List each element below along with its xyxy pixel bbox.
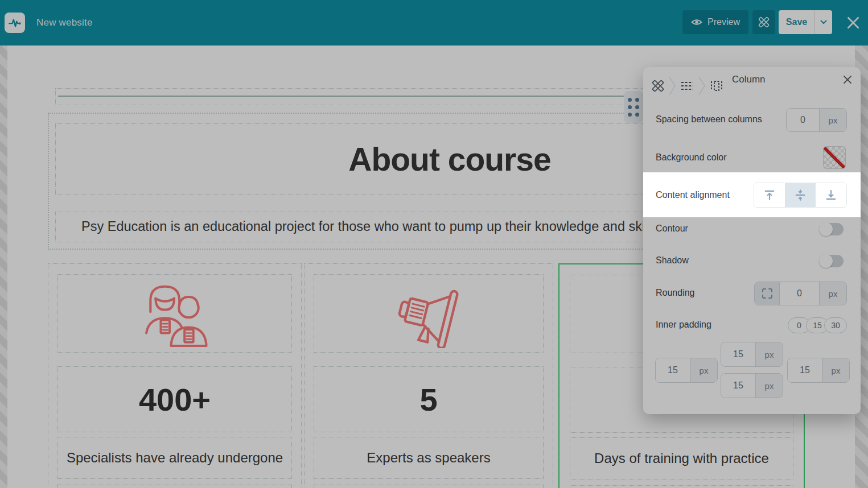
- align-middle-button[interactable]: [785, 183, 816, 207]
- alignment-button-group: [754, 183, 847, 208]
- align-middle-icon: [793, 188, 807, 202]
- content-alignment-row: Content alignment: [643, 172, 861, 217]
- editor-screen: About course Psy Education is an educati…: [0, 0, 868, 488]
- spotlight-overlay: [0, 0, 868, 488]
- content-alignment-label: Content alignment: [656, 190, 730, 200]
- align-bottom-button[interactable]: [816, 183, 846, 207]
- align-top-icon: [763, 188, 776, 202]
- align-top-button[interactable]: [754, 183, 785, 207]
- align-bottom-icon: [824, 188, 838, 202]
